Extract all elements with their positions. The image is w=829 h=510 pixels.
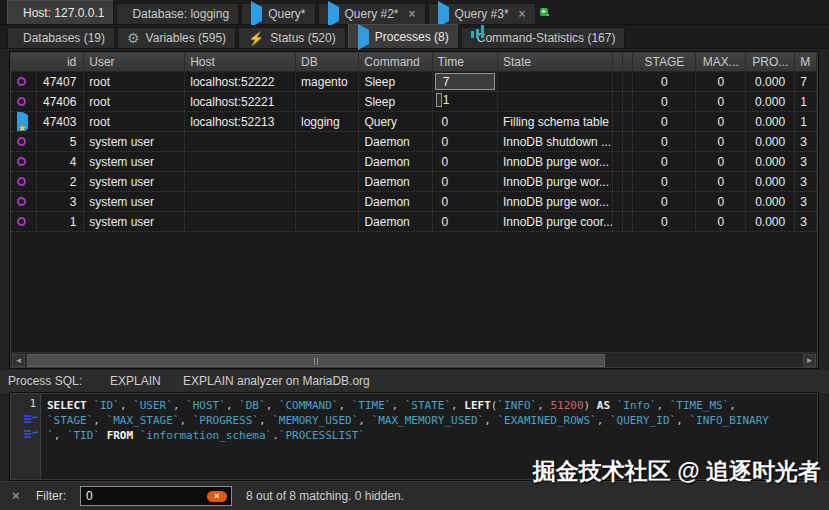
cell-id[interactable]: 1 (37, 212, 85, 231)
cell-host[interactable]: localhost:52221 (185, 92, 296, 111)
cell-db[interactable] (296, 92, 359, 111)
cell-id[interactable]: 4 (37, 152, 85, 171)
process-row-5[interactable]: 5system userDaemon0InnoDB shutdown ...00… (11, 132, 817, 152)
cell-id[interactable]: 47406 (37, 92, 85, 111)
cell-stage[interactable]: 0 (633, 92, 696, 111)
cell-db[interactable]: magento (296, 72, 359, 91)
process-ring-icon[interactable] (11, 172, 37, 191)
column-header-db[interactable]: DB (296, 53, 359, 71)
cell-db[interactable]: logging (296, 112, 359, 131)
cell-state[interactable] (498, 92, 613, 111)
column-header-spacer[interactable] (613, 53, 623, 71)
process-row-1[interactable]: 1system userDaemon0InnoDB purge coor...0… (11, 212, 817, 232)
tab-processes[interactable]: Processes (8) (348, 24, 459, 48)
cell-time[interactable]: 0 (433, 132, 498, 151)
cell-pro[interactable]: 0.000 (746, 72, 796, 91)
cell-spacer[interactable] (613, 92, 623, 111)
column-header-user[interactable]: User (84, 53, 185, 71)
cell-spacer[interactable] (623, 72, 633, 91)
scrollbar-thumb[interactable] (27, 354, 605, 367)
cell-time[interactable]: 0 (433, 212, 498, 231)
cell-m[interactable]: 3 (795, 212, 817, 231)
cell-state[interactable]: InnoDB purge coor... (498, 212, 613, 231)
cell-host[interactable] (185, 152, 296, 171)
process-ring-icon[interactable] (11, 212, 37, 231)
cell-spacer[interactable] (623, 112, 633, 131)
column-header-pro[interactable]: PRO... (746, 53, 796, 71)
cell-id[interactable]: 47407 (37, 72, 85, 91)
process-row-47407[interactable]: 47407rootlocalhost:52222magentoSleep7000… (11, 72, 817, 92)
cell-id[interactable]: 2 (37, 172, 85, 191)
cell-host[interactable] (185, 212, 296, 231)
cell-stage[interactable]: 0 (633, 192, 696, 211)
cell-m[interactable]: 3 (795, 132, 817, 151)
tab-command-statistics[interactable]: Command-Statistics (167) (461, 27, 626, 48)
sql-code[interactable]: SELECT `ID`, `USER`, `HOST`, `DB`, `COMM… (41, 394, 817, 479)
clear-filter-icon[interactable]: × (207, 491, 227, 502)
cell-max[interactable]: 0 (696, 172, 746, 191)
cell-state[interactable]: InnoDB purge wor... (498, 152, 613, 171)
process-ring-icon[interactable] (11, 72, 37, 91)
process-row-47403[interactable]: ★47403rootlocalhost:52213loggingQuery0Fi… (11, 112, 817, 132)
cell-stage[interactable]: 0 (633, 152, 696, 171)
cell-pro[interactable]: 0.000 (746, 152, 796, 171)
cell-max[interactable]: 0 (696, 72, 746, 91)
process-ring-icon[interactable] (11, 92, 37, 111)
column-header-spacer[interactable] (623, 53, 633, 71)
cell-pro[interactable]: 0.000 (746, 172, 796, 191)
cell-spacer[interactable] (613, 132, 623, 151)
cell-state[interactable]: InnoDB purge wor... (498, 192, 613, 211)
process-ring-icon[interactable] (11, 152, 37, 171)
cell-command[interactable]: Sleep (359, 72, 432, 91)
tab-status[interactable]: ⚡ Status (520) (238, 27, 346, 48)
cell-m[interactable]: 7 (795, 72, 817, 91)
cell-host[interactable] (185, 172, 296, 191)
cell-spacer[interactable] (613, 112, 623, 131)
tab-database[interactable]: Database: logging (116, 3, 239, 24)
cell-pro[interactable]: 0.000 (746, 192, 796, 211)
new-query-tab-button[interactable]: + (538, 3, 556, 24)
explain-analyzer-link[interactable]: EXPLAIN analyzer on MariaDB.org (183, 374, 370, 388)
sql-editor[interactable]: 1 SELECT `ID`, `USER`, `HOST`, `DB`, `CO… (10, 393, 818, 480)
cell-spacer[interactable] (613, 192, 623, 211)
column-header-m[interactable]: M (795, 53, 817, 71)
cell-user[interactable]: system user (84, 212, 185, 231)
cell-stage[interactable]: 0 (633, 132, 696, 151)
column-header-host[interactable]: Host (185, 53, 296, 71)
sql-line[interactable]: `STAGE`, `MAX_STAGE`, `PROGRESS`, `MEMOR… (47, 413, 817, 428)
cell-user[interactable]: root (84, 112, 185, 131)
cell-spacer[interactable] (623, 212, 633, 231)
process-row-3[interactable]: 3system userDaemon0InnoDB purge wor...00… (11, 192, 817, 212)
column-header-state[interactable]: State (498, 53, 613, 71)
tab-host[interactable]: Host: 127.0.0.1 (7, 0, 114, 24)
cell-host[interactable] (185, 192, 296, 211)
cell-user[interactable]: system user (84, 192, 185, 211)
close-filter-icon[interactable]: × (12, 488, 20, 503)
close-icon[interactable]: × (409, 7, 416, 21)
cell-db[interactable] (296, 132, 359, 151)
sql-line[interactable]: SELECT `ID`, `USER`, `HOST`, `DB`, `COMM… (47, 398, 817, 413)
cell-user[interactable]: system user (84, 132, 185, 151)
cell-m[interactable]: 3 (795, 152, 817, 171)
cell-db[interactable] (296, 152, 359, 171)
column-header-time[interactable]: Time (433, 53, 498, 71)
cell-pro[interactable]: 0.000 (746, 212, 796, 231)
process-ring-icon[interactable] (11, 192, 37, 211)
close-icon[interactable]: × (519, 7, 526, 21)
explain-link[interactable]: EXPLAIN (110, 374, 161, 388)
cell-stage[interactable]: 0 (633, 72, 696, 91)
cell-command[interactable]: Daemon (359, 152, 432, 171)
cell-m[interactable]: 1 (795, 92, 817, 111)
cell-command[interactable]: Daemon (359, 172, 432, 191)
cell-m[interactable]: 3 (795, 172, 817, 191)
tab-query1[interactable]: Query* (241, 3, 315, 24)
cell-command[interactable]: Sleep (359, 92, 432, 111)
cell-spacer[interactable] (623, 152, 633, 171)
cell-db[interactable] (296, 172, 359, 191)
cell-state[interactable] (498, 72, 613, 91)
cell-id[interactable]: 47403 (37, 112, 85, 131)
cell-spacer[interactable] (623, 92, 633, 111)
cell-command[interactable]: Daemon (359, 192, 432, 211)
tab-query3[interactable]: Query #3* × (428, 3, 536, 24)
cell-state[interactable]: InnoDB purge wor... (498, 172, 613, 191)
